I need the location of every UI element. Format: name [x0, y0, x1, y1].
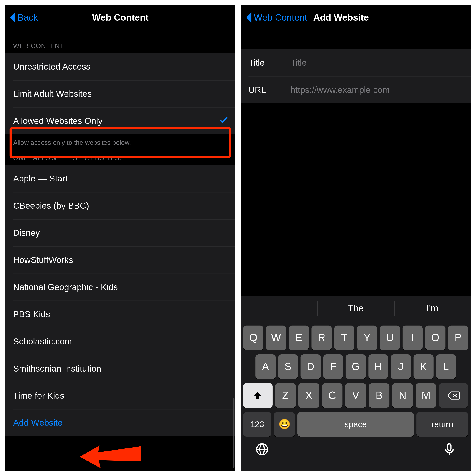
option-label: Allowed Websites Only — [13, 116, 102, 126]
site-row[interactable]: PBS Kids — [5, 301, 235, 328]
suggestion[interactable]: I'm — [394, 296, 471, 321]
annotation-arrow — [80, 438, 141, 469]
title-field-row: Title — [241, 49, 471, 76]
page-title: Add Website — [313, 12, 369, 23]
back-button[interactable]: Back — [9, 11, 38, 24]
key-p[interactable]: P — [448, 325, 468, 350]
key-emoji[interactable]: 😀 — [274, 412, 295, 437]
suggestion[interactable]: The — [317, 296, 394, 321]
key-j[interactable]: J — [391, 354, 411, 379]
option-label: Limit Adult Websites — [13, 88, 92, 99]
key-b[interactable]: B — [369, 383, 390, 408]
key-f[interactable]: F — [323, 354, 343, 379]
add-website-label: Add Website — [13, 418, 63, 428]
key-s[interactable]: S — [278, 354, 298, 379]
key-r[interactable]: R — [311, 325, 332, 350]
section-header-web-content: WEB CONTENT — [5, 30, 235, 53]
option-allowed-only[interactable]: Allowed Websites Only — [5, 107, 235, 134]
key-v[interactable]: V — [345, 383, 366, 408]
key-a[interactable]: A — [255, 354, 275, 379]
section-footer: Allow access only to the websites below. — [5, 134, 235, 150]
option-label: Unrestricted Access — [13, 62, 91, 72]
site-row[interactable]: Smithsonian Institution — [5, 355, 235, 382]
site-row[interactable]: National Geographic - Kids — [5, 273, 235, 301]
key-t[interactable]: T — [334, 325, 354, 350]
key-backspace[interactable] — [439, 383, 468, 408]
svg-rect-6 — [448, 444, 451, 450]
key-row-4: 123 😀 space return — [241, 412, 471, 437]
key-k[interactable]: K — [413, 354, 433, 379]
site-label: National Geographic - Kids — [13, 282, 118, 292]
url-input[interactable] — [290, 85, 463, 95]
key-y[interactable]: Y — [357, 325, 377, 350]
nav-bar: Back Web Content — [5, 5, 235, 30]
site-label: Apple — Start — [13, 173, 68, 184]
site-label: HowStuffWorks — [13, 255, 73, 265]
key-g[interactable]: G — [346, 354, 366, 379]
title-input[interactable] — [290, 57, 463, 68]
page-title: Web Content — [5, 12, 235, 23]
site-label: Scholastic.com — [13, 336, 72, 346]
key-row-3: Z X C V B N M — [241, 383, 471, 408]
key-n[interactable]: N — [392, 383, 413, 408]
key-h[interactable]: H — [368, 354, 388, 379]
chevron-left-icon — [245, 11, 253, 24]
site-row[interactable]: CBeebies (by BBC) — [5, 192, 235, 219]
key-d[interactable]: D — [301, 354, 321, 379]
url-label: URL — [249, 85, 291, 95]
key-q[interactable]: Q — [243, 325, 263, 350]
key-l[interactable]: L — [436, 354, 456, 379]
add-website-row[interactable]: Add Website — [5, 409, 235, 436]
back-label: Back — [17, 12, 38, 23]
key-x[interactable]: X — [298, 383, 319, 408]
key-w[interactable]: W — [266, 325, 286, 350]
key-row-2: A S D F G H J K L — [241, 354, 471, 379]
key-c[interactable]: C — [322, 383, 343, 408]
site-label: PBS Kids — [13, 309, 50, 319]
back-label: Web Content — [254, 12, 307, 23]
key-o[interactable]: O — [425, 325, 445, 350]
section-header-allow: ONLY ALLOW THESE WEBSITES: — [5, 150, 235, 165]
chevron-left-icon — [9, 11, 17, 24]
suggestion[interactable]: I — [241, 296, 317, 321]
key-i[interactable]: I — [403, 325, 423, 350]
keyboard: I The I'm Q W E R T Y U I O P A S D F — [241, 296, 471, 471]
site-row[interactable]: Apple — Start — [5, 165, 235, 192]
key-u[interactable]: U — [380, 325, 400, 350]
key-shift[interactable] — [243, 383, 272, 408]
suggestion-text: The — [348, 303, 363, 314]
shift-icon — [253, 391, 263, 400]
svg-marker-0 — [80, 445, 141, 468]
sites-group: Apple — Start CBeebies (by BBC) Disney H… — [5, 165, 235, 436]
backspace-icon — [447, 391, 460, 400]
site-label: Disney — [13, 228, 40, 238]
site-label: CBeebies (by BBC) — [13, 201, 89, 211]
options-group: Unrestricted Access Limit Adult Websites… — [5, 53, 235, 135]
globe-icon[interactable] — [255, 443, 269, 458]
title-label: Title — [249, 57, 291, 68]
nav-bar: Web Content Add Website — [241, 5, 471, 30]
key-m[interactable]: M — [416, 383, 436, 408]
checkmark-icon — [219, 115, 229, 127]
site-label: Time for Kids — [13, 391, 64, 401]
back-button[interactable]: Web Content — [245, 11, 307, 24]
mic-icon[interactable] — [443, 443, 456, 458]
suggestion-text: I — [278, 303, 280, 314]
option-limit-adult[interactable]: Limit Adult Websites — [5, 80, 235, 107]
key-row-1: Q W E R T Y U I O P — [241, 325, 471, 350]
key-e[interactable]: E — [289, 325, 309, 350]
option-unrestricted[interactable]: Unrestricted Access — [5, 53, 235, 80]
panel-web-content: Back Web Content WEB CONTENT Unrestricte… — [5, 5, 235, 471]
form-group: Title URL — [241, 49, 471, 103]
key-return[interactable]: return — [416, 412, 468, 437]
site-row[interactable]: Scholastic.com — [5, 328, 235, 355]
site-row[interactable]: Disney — [5, 219, 235, 246]
key-z[interactable]: Z — [275, 383, 296, 408]
site-row[interactable]: HowStuffWorks — [5, 246, 235, 273]
site-row[interactable]: Time for Kids — [5, 382, 235, 409]
url-field-row: URL — [241, 76, 471, 103]
scrollbar[interactable] — [233, 398, 235, 468]
site-label: Smithsonian Institution — [13, 363, 101, 373]
key-numbers[interactable]: 123 — [243, 412, 271, 437]
key-space[interactable]: space — [298, 412, 414, 437]
